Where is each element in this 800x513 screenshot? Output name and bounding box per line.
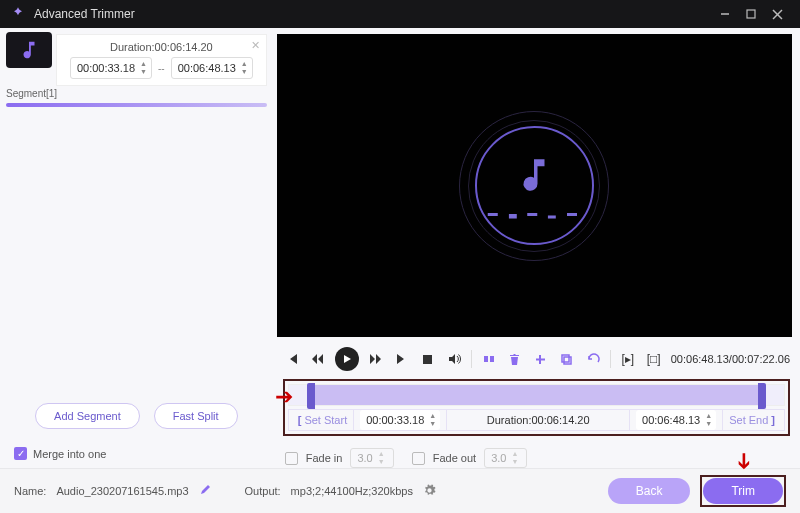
spin-down-icon[interactable]: ▼ <box>427 420 438 428</box>
forward-icon[interactable] <box>367 350 385 368</box>
spin-up-icon[interactable]: ▲ <box>138 60 149 68</box>
trim-duration-label: Duration:00:06:14.20 <box>447 410 630 430</box>
spin-down-icon[interactable]: ▼ <box>239 68 250 76</box>
set-end-button[interactable]: Set End] <box>723 410 784 430</box>
main-area: ✕ Duration:00:06:14.20 00:00:33.18 ▲▼ --… <box>0 28 800 468</box>
output-label: Output: <box>245 485 281 497</box>
spin-up-icon[interactable]: ▲ <box>239 60 250 68</box>
stop-icon[interactable] <box>419 350 437 368</box>
right-panel: ▬ ▃ ▬ ▂ ▬ <box>273 28 800 468</box>
trim-handle-right[interactable] <box>758 383 766 409</box>
delete-icon[interactable] <box>506 350 524 368</box>
spin-up-icon[interactable]: ▲ <box>427 412 438 420</box>
fade-out-value: 3.0 ▲▼ <box>484 448 527 468</box>
spin-down-icon[interactable]: ▼ <box>703 420 714 428</box>
segment-close-icon[interactable]: ✕ <box>251 39 260 52</box>
fade-in-checkbox[interactable] <box>285 452 298 465</box>
output-settings-icon[interactable] <box>423 484 436 499</box>
svg-rect-7 <box>562 355 569 362</box>
checkbox-checked-icon[interactable] <box>14 447 27 460</box>
segment-start-input[interactable]: 00:00:33.18 ▲▼ <box>70 57 152 79</box>
skip-end-icon[interactable] <box>393 350 411 368</box>
app-logo-icon <box>10 6 26 22</box>
undo-icon[interactable] <box>584 350 602 368</box>
segment-separator: -- <box>158 63 165 74</box>
fade-out-checkbox[interactable] <box>412 452 425 465</box>
svg-rect-1 <box>747 10 755 18</box>
fade-out-label: Fade out <box>433 452 476 464</box>
equalizer-icon: ▬ ▃ ▬ ▂ ▬ <box>488 207 581 218</box>
close-button[interactable] <box>764 0 790 28</box>
add-icon[interactable] <box>532 350 550 368</box>
trim-values-row: [Set Start 00:00:33.18 ▲▼ Duration:00:06… <box>288 409 785 431</box>
fade-in-label: Fade in <box>306 452 343 464</box>
playback-controls: [▸] [□] 00:06:48.13/00:07:22.06 <box>273 341 800 375</box>
playback-timecode: 00:06:48.13/00:07:22.06 <box>671 353 790 365</box>
music-note-icon <box>513 154 555 196</box>
trim-button-highlight: Trim <box>700 475 786 507</box>
svg-rect-5 <box>484 356 488 362</box>
segment-duration-label: Duration:00:06:14.20 <box>65 41 258 53</box>
fade-in-value: 3.0 ▲▼ <box>350 448 393 468</box>
edit-name-icon[interactable] <box>199 484 211 498</box>
minimize-button[interactable] <box>712 0 738 28</box>
svg-rect-4 <box>423 355 432 364</box>
waveform-selection <box>311 385 762 405</box>
preview-area: ▬ ▃ ▬ ▂ ▬ <box>277 34 792 337</box>
svg-rect-8 <box>564 357 571 364</box>
output-value: mp3;2;44100Hz;320kbps <box>291 485 413 497</box>
name-label: Name: <box>14 485 46 497</box>
window-title: Advanced Trimmer <box>34 7 712 21</box>
fast-split-button[interactable]: Fast Split <box>154 403 238 429</box>
titlebar: Advanced Trimmer <box>0 0 800 28</box>
waveform-track[interactable] <box>288 384 785 406</box>
bracket-out-icon[interactable]: [□] <box>645 350 663 368</box>
segment-end-input[interactable]: 00:06:48.13 ▲▼ <box>171 57 253 79</box>
add-segment-button[interactable]: Add Segment <box>35 403 140 429</box>
segment-thumbnail[interactable] <box>6 32 52 68</box>
trim-editor-highlight: [Set Start 00:00:33.18 ▲▼ Duration:00:06… <box>283 379 790 436</box>
skip-start-icon[interactable] <box>283 350 301 368</box>
trim-button[interactable]: Trim <box>703 478 783 504</box>
volume-icon[interactable] <box>445 350 463 368</box>
set-start-button[interactable]: [Set Start <box>289 410 354 430</box>
maximize-button[interactable] <box>738 0 764 28</box>
svg-rect-6 <box>490 356 494 362</box>
footer-bar: Name: Audio_230207161545.mp3 Output: mp3… <box>0 468 800 513</box>
segment-card: ✕ Duration:00:06:14.20 00:00:33.18 ▲▼ --… <box>56 34 267 86</box>
bracket-in-icon[interactable]: [▸] <box>619 350 637 368</box>
left-panel: ✕ Duration:00:06:14.20 00:00:33.18 ▲▼ --… <box>0 28 273 468</box>
spin-up-icon[interactable]: ▲ <box>703 412 714 420</box>
cut-icon[interactable] <box>480 350 498 368</box>
back-button[interactable]: Back <box>608 478 691 504</box>
trim-end-input[interactable]: 00:06:48.13 ▲▼ <box>636 410 716 430</box>
rewind-icon[interactable] <box>309 350 327 368</box>
fade-row: Fade in 3.0 ▲▼ Fade out 3.0 ▲▼ <box>273 442 800 468</box>
segment-label: Segment[1] <box>6 88 273 99</box>
spin-down-icon[interactable]: ▼ <box>138 68 149 76</box>
file-name: Audio_230207161545.mp3 <box>56 485 188 497</box>
merge-label: Merge into one <box>33 448 106 460</box>
preview-circle: ▬ ▃ ▬ ▂ ▬ <box>459 111 609 261</box>
trim-handle-left[interactable] <box>307 383 315 409</box>
trim-start-input[interactable]: 00:00:33.18 ▲▼ <box>360 410 440 430</box>
music-note-icon <box>18 39 40 61</box>
play-button[interactable] <box>335 347 359 371</box>
copy-icon[interactable] <box>558 350 576 368</box>
merge-checkbox-row[interactable]: Merge into one <box>0 439 273 468</box>
